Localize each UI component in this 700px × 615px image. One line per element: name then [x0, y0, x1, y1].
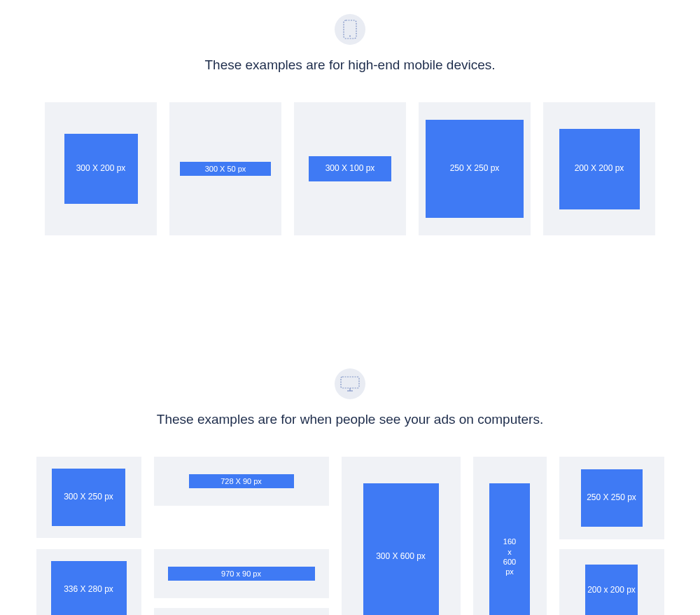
desktop-card: 250 X 250 px: [559, 457, 664, 539]
desktop-section-title: These examples are for when people see y…: [42, 412, 658, 427]
mobile-card: 200 X 200 px: [543, 102, 655, 235]
desktop-monitor-icon: [335, 368, 365, 399]
ad-size-box: 300 X 250 px: [52, 469, 125, 526]
ad-size-box: 300 X 600 px: [363, 483, 439, 615]
desktop-card: 160x600px: [473, 457, 547, 615]
ad-size-box: 728 X 90 px: [189, 474, 294, 488]
mobile-section-title: These examples are for high-end mobile d…: [42, 57, 658, 73]
mobile-examples-row: 300 X 200 px 300 X 50 px 300 X 100 px 25…: [42, 102, 658, 235]
ad-size-box: 200 X 200 px: [559, 129, 640, 209]
ad-size-box: 160x600px: [489, 483, 530, 615]
desktop-card: 970 x 90 px: [154, 549, 329, 598]
desktop-section: These examples are for when people see y…: [0, 354, 700, 615]
desktop-card: 300 X 600 px: [342, 457, 461, 615]
svg-rect-2: [341, 377, 359, 388]
mobile-section: These examples are for high-end mobile d…: [0, 0, 700, 354]
desktop-card: 468 x 60 px: [154, 608, 329, 615]
ad-size-box: 250 X 250 px: [426, 120, 524, 218]
ad-size-box: 200 x 200 px: [585, 565, 638, 616]
desktop-card: 300 X 250 px: [36, 457, 141, 538]
desktop-card: 336 X 280 px: [36, 549, 141, 615]
ad-size-box: 300 X 200 px: [64, 134, 138, 204]
desktop-card: 200 x 200 px: [559, 549, 664, 615]
desktop-icon-svg: [340, 376, 360, 392]
desktop-examples-grid: 300 X 250 px 336 X 280 px 728 X 90 px 97…: [42, 457, 658, 615]
desktop-card: 728 X 90 px: [154, 457, 329, 506]
ad-size-box: 970 x 90 px: [168, 567, 315, 581]
mobile-card: 300 X 50 px: [169, 102, 281, 235]
ad-size-box: 336 X 280 px: [51, 561, 127, 615]
mobile-card: 300 X 100 px: [294, 102, 406, 235]
mobile-card: 250 X 250 px: [419, 102, 531, 235]
mobile-device-icon: [335, 14, 365, 45]
ad-size-box: 300 X 50 px: [180, 162, 271, 176]
mobile-icon-svg: [343, 20, 357, 39]
ad-size-box: 300 X 100 px: [309, 156, 391, 181]
mobile-card: 300 X 200 px: [45, 102, 157, 235]
ad-size-box: 250 X 250 px: [581, 469, 643, 527]
svg-point-1: [349, 36, 351, 37]
